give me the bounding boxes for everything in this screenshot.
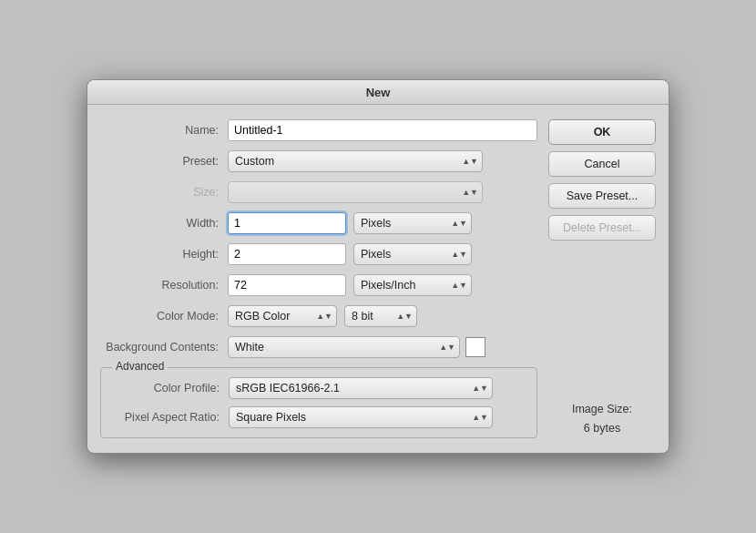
size-select[interactable] bbox=[228, 181, 483, 203]
color-mode-wrapper: Bitmap Grayscale RGB Color CMYK Color La… bbox=[228, 305, 337, 327]
left-panel: Name: Preset: Custom Default Photoshop S… bbox=[100, 119, 537, 438]
width-unit-wrapper: Pixels Inches Centimeters Millimeters Po… bbox=[353, 212, 472, 234]
height-unit-select[interactable]: Pixels Inches Centimeters Millimeters Po… bbox=[353, 243, 472, 265]
advanced-legend: Advanced bbox=[112, 360, 168, 373]
advanced-section: Advanced Color Profile: sRGB IEC61966-2.… bbox=[100, 367, 537, 438]
pixel-aspect-wrapper: Square Pixels D1/DV NTSC (0.91) D1/DV NT… bbox=[229, 406, 493, 428]
bg-select[interactable]: White Background Color Transparent bbox=[228, 336, 460, 358]
ok-button[interactable]: OK bbox=[548, 119, 656, 145]
delete-preset-button[interactable]: Delete Preset... bbox=[548, 215, 656, 241]
bit-depth-select[interactable]: 8 bit 16 bit 32 bit bbox=[344, 305, 417, 327]
resolution-input[interactable] bbox=[228, 274, 346, 296]
resolution-unit-wrapper: Pixels/Inch Pixels/Centimeter ▲▼ bbox=[353, 274, 472, 296]
background-row: Background Contents: White Background Co… bbox=[100, 336, 537, 358]
height-unit-wrapper: Pixels Inches Centimeters Millimeters Po… bbox=[353, 243, 472, 265]
image-size-label: Image Size: bbox=[548, 400, 656, 419]
bg-select-wrapper: White Background Color Transparent ▲▼ bbox=[228, 336, 460, 358]
pixel-aspect-label: Pixel Aspect Ratio: bbox=[101, 411, 229, 424]
color-profile-label: Color Profile: bbox=[101, 382, 229, 395]
color-mode-select[interactable]: Bitmap Grayscale RGB Color CMYK Color La… bbox=[228, 305, 337, 327]
width-input[interactable] bbox=[228, 212, 346, 234]
bg-label: Background Contents: bbox=[100, 341, 228, 354]
resolution-label: Resolution: bbox=[100, 279, 228, 292]
pixel-aspect-row: Pixel Aspect Ratio: Square Pixels D1/DV … bbox=[101, 406, 527, 428]
color-mode-row: Color Mode: Bitmap Grayscale RGB Color C… bbox=[100, 305, 537, 327]
height-row: Height: Pixels Inches Centimeters Millim… bbox=[100, 243, 537, 265]
color-profile-row: Color Profile: sRGB IEC61966-2.1 Adobe R… bbox=[101, 377, 527, 399]
width-row: Width: Pixels Inches Centimeters Millime… bbox=[100, 212, 537, 234]
dialog-title: New bbox=[87, 80, 669, 105]
height-input[interactable] bbox=[228, 243, 346, 265]
image-size-value: 6 bytes bbox=[548, 419, 656, 438]
bit-depth-wrapper: 8 bit 16 bit 32 bit ▲▼ bbox=[344, 305, 417, 327]
right-panel: OK Cancel Save Preset... Delete Preset..… bbox=[548, 119, 656, 438]
preset-select[interactable]: Custom Default Photoshop Size U.S. Paper… bbox=[228, 150, 483, 172]
color-mode-label: Color Mode: bbox=[100, 310, 228, 323]
image-size-info: Image Size: 6 bytes bbox=[548, 391, 656, 439]
new-dialog: New Name: Preset: Custom Default Photosh… bbox=[87, 79, 669, 454]
save-preset-button[interactable]: Save Preset... bbox=[548, 183, 656, 209]
preset-select-wrapper: Custom Default Photoshop Size U.S. Paper… bbox=[228, 150, 483, 172]
color-swatch[interactable] bbox=[465, 337, 485, 357]
name-input[interactable] bbox=[228, 119, 537, 141]
resolution-row: Resolution: Pixels/Inch Pixels/Centimete… bbox=[100, 274, 537, 296]
cancel-button[interactable]: Cancel bbox=[548, 151, 656, 177]
preset-row: Preset: Custom Default Photoshop Size U.… bbox=[100, 150, 537, 172]
color-profile-select[interactable]: sRGB IEC61966-2.1 Adobe RGB (1998) ProPh… bbox=[229, 377, 493, 399]
preset-label: Preset: bbox=[100, 155, 228, 168]
pixel-aspect-select[interactable]: Square Pixels D1/DV NTSC (0.91) D1/DV NT… bbox=[229, 406, 493, 428]
name-label: Name: bbox=[100, 124, 228, 137]
size-select-wrapper: ▲▼ bbox=[228, 181, 483, 203]
width-unit-select[interactable]: Pixels Inches Centimeters Millimeters Po… bbox=[353, 212, 472, 234]
size-label: Size: bbox=[100, 186, 228, 199]
color-profile-wrapper: sRGB IEC61966-2.1 Adobe RGB (1998) ProPh… bbox=[229, 377, 493, 399]
resolution-unit-select[interactable]: Pixels/Inch Pixels/Centimeter bbox=[353, 274, 472, 296]
width-label: Width: bbox=[100, 217, 228, 230]
name-row: Name: bbox=[100, 119, 537, 141]
height-label: Height: bbox=[100, 248, 228, 261]
size-row: Size: ▲▼ bbox=[100, 181, 537, 203]
